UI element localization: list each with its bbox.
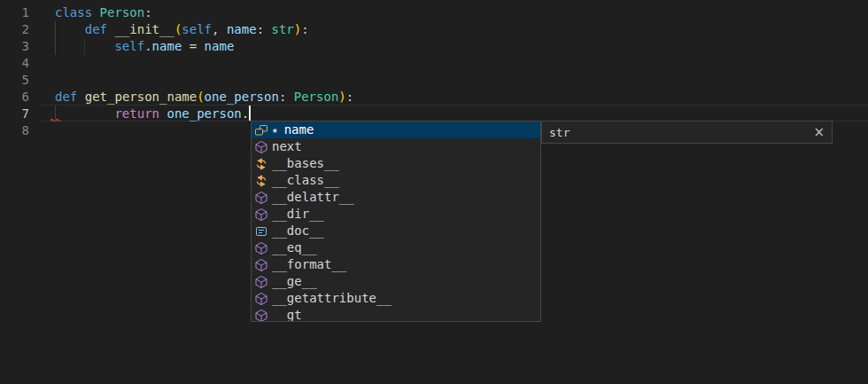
suggestion-label: __ge__ [272,273,317,290]
line-number: 3 [0,38,29,55]
suggestion-label: __dir__ [272,206,324,223]
code-token: def [55,90,77,104]
code-token: ) [294,22,301,36]
code-token: Person [100,5,145,20]
method-icon [254,140,268,154]
suggestion-item[interactable]: __ge__ [252,273,540,290]
close-icon[interactable]: × [813,126,825,139]
intellisense-suggest-widget: ★namenext__bases____class____delattr____… [251,121,541,322]
error-squiggle [50,117,61,121]
method-icon [254,258,268,272]
suggestion-item[interactable]: ★name [252,121,540,138]
code-token [55,106,114,121]
code-token: self [182,22,212,36]
code-token: str [271,22,293,36]
code-token [55,39,114,53]
suggestion-item[interactable]: __bases__ [252,155,540,172]
suggestion-item[interactable]: __delattr__ [252,189,540,206]
code-token: def [85,22,107,36]
suggestion-label: next [272,138,302,155]
code-token [92,5,99,20]
suggestion-label: __doc__ [272,223,324,239]
code-line: self.name = name [55,38,353,55]
code-line: def __init__(self, name: str): [55,21,353,38]
code-token: return [114,106,159,121]
code-token: ( [197,90,204,104]
suggest-details-panel: str × [541,121,833,144]
field-icon [254,123,268,137]
code-token [77,90,84,104]
preferred-star-icon: ★ [272,121,278,138]
code-token: : [144,5,151,20]
code-token: one_person [205,90,279,104]
code-token: : [257,22,272,36]
code-token: __init__ [114,22,174,36]
suggestion-label: __format__ [272,256,346,273]
suggestion-label: __bases__ [272,155,339,172]
code-token: class [55,5,92,20]
code-token: : [279,90,294,104]
code-line [55,55,353,72]
code-token: Person [294,90,339,104]
suggestion-label: __getattribute__ [272,290,391,307]
line-number: 6 [0,89,29,106]
code-token: = [182,39,204,53]
suggestion-label: __gt__ [272,307,317,322]
code-token: name [152,39,182,53]
suggestion-item[interactable]: __format__ [252,256,540,273]
code-token: one_person [167,106,241,121]
method-icon [254,292,268,306]
suggestion-label: name [284,121,314,138]
code-line: class Person: [55,4,353,21]
suggestion-item[interactable]: __eq__ [252,239,540,256]
code-token: name [205,39,235,53]
code-token [55,22,85,36]
method-icon [254,275,268,289]
code-token: . [242,106,249,121]
code-token: : [346,90,353,104]
suggestion-item[interactable]: __gt__ [252,307,540,322]
class-icon [254,157,268,171]
line-number: 4 [0,55,29,72]
code-token: get_person_name [85,90,197,104]
doc-icon [254,224,268,239]
suggestion-label: __delattr__ [272,189,354,206]
method-icon [254,309,268,323]
code-token: self [114,39,144,53]
suggestion-item[interactable]: __class__ [252,172,540,189]
code-token: . [144,39,151,53]
line-number: 2 [0,21,29,38]
code-token: ) [338,90,345,104]
code-token: , [212,22,227,36]
code-token: name [227,22,257,36]
line-number-gutter[interactable]: 12345678 [0,4,29,139]
suggestion-item[interactable]: __doc__ [252,223,540,239]
method-icon [254,241,268,255]
method-icon [254,208,268,222]
suggestion-item[interactable]: next [252,138,540,155]
suggestion-label: __class__ [272,172,339,189]
line-number: 8 [0,122,29,139]
code-line: def get_person_name(one_person: Person): [55,89,353,106]
text-cursor [249,106,251,121]
code-token: : [301,22,308,36]
suggestion-item[interactable]: __dir__ [252,206,540,223]
suggestion-type-label: str [549,124,570,141]
suggestion-label: __eq__ [272,239,317,256]
code-area[interactable]: class Person: def __init__(self, name: s… [55,4,353,139]
line-number: 7 [0,106,29,122]
code-editor-window: 12345678 class Person: def __init__(self… [0,0,868,384]
method-icon [254,191,268,205]
code-line [55,72,353,89]
class-icon [254,174,268,188]
line-number: 1 [0,4,29,21]
line-number: 5 [0,72,29,89]
suggestion-item[interactable]: __getattribute__ [252,290,540,307]
